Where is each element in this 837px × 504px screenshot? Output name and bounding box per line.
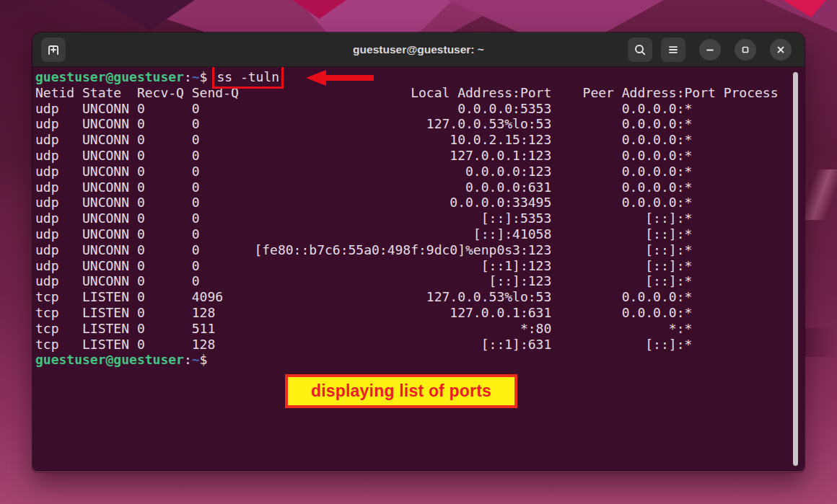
hamburger-menu-icon bbox=[666, 43, 680, 57]
prompt-dir: ~ bbox=[192, 352, 200, 367]
close-button[interactable] bbox=[770, 39, 792, 61]
titlebar[interactable]: guestuser@guestuser: ~ bbox=[32, 32, 805, 67]
command-red-box: ss -tuln bbox=[216, 69, 279, 84]
close-icon bbox=[775, 44, 786, 56]
arrow-shaft bbox=[325, 75, 374, 81]
callout-text: displaying list of ports bbox=[311, 381, 491, 401]
maximize-icon bbox=[740, 44, 751, 56]
scrollbar-thumb[interactable] bbox=[793, 72, 798, 466]
terminal-screen[interactable]: guestuser@guestuser:~$ss -tulnNetid Stat… bbox=[32, 67, 805, 472]
socket-row-line: tcp LISTEN 0 4096 127.0.0.53%lo:53 0.0.0… bbox=[35, 289, 805, 305]
socket-row-line: udp UNCONN 0 0 0.0.0.0:5353 0.0.0.0:* bbox=[35, 101, 805, 117]
annotation-arrow bbox=[306, 70, 375, 86]
socket-row-line: udp UNCONN 0 0 [::1]:123 [::]:* bbox=[35, 258, 805, 274]
socket-row-line: udp UNCONN 0 0 10.0.2.15:123 0.0.0.0:* bbox=[35, 132, 805, 148]
socket-row-line: udp UNCONN 0 0 127.0.0.1:123 0.0.0.0:* bbox=[35, 148, 805, 164]
prompt-symbol: $ bbox=[200, 69, 208, 84]
new-tab-icon bbox=[46, 43, 61, 57]
arrow-head bbox=[306, 70, 326, 86]
socket-row-line: udp UNCONN 0 0 127.0.0.53%lo:53 0.0.0.0:… bbox=[35, 116, 805, 132]
socket-row-line: udp UNCONN 0 0 0.0.0.0:631 0.0.0.0:* bbox=[35, 180, 805, 195]
prompt-separator: : bbox=[184, 352, 192, 367]
socket-row-line: tcp LISTEN 0 511 *:80 *:* bbox=[35, 321, 805, 337]
socket-row-line: tcp LISTEN 0 128 [::1]:631 [::]:* bbox=[35, 337, 805, 353]
terminal-output: guestuser@guestuser:~$ss -tulnNetid Stat… bbox=[35, 69, 805, 368]
prompt-dir: ~ bbox=[192, 69, 200, 84]
minimize-button[interactable] bbox=[699, 39, 721, 61]
window-title: guestuser@guestuser: ~ bbox=[353, 43, 484, 56]
prompt-separator: : bbox=[184, 69, 192, 84]
socket-row-line: udp UNCONN 0 0 [::]:5353 [::]:* bbox=[35, 211, 805, 226]
socket-row-line: udp UNCONN 0 0 0.0.0.0:33495 0.0.0.0:* bbox=[35, 195, 805, 211]
maximize-button[interactable] bbox=[735, 39, 756, 61]
wallpaper-light-streak bbox=[804, 169, 837, 220]
socket-row-line: tcp LISTEN 0 128 127.0.0.1:631 0.0.0.0:* bbox=[35, 305, 805, 321]
prompt-line: guestuser@guestuser:~$ bbox=[35, 352, 805, 368]
socket-row-line: udp UNCONN 0 0 [::]:123 [::]:* bbox=[35, 273, 805, 289]
annotation-callout: displaying list of ports bbox=[285, 374, 517, 408]
wallpaper-dark-wedge bbox=[804, 328, 837, 357]
prompt-user-host: guestuser@guestuser bbox=[35, 69, 184, 84]
new-tab-button[interactable] bbox=[41, 37, 66, 62]
terminal-window: guestuser@guestuser: ~ bbox=[32, 32, 805, 472]
titlebar-controls bbox=[619, 37, 792, 62]
minimize-icon bbox=[704, 44, 716, 56]
prompt-user-host: guestuser@guestuser bbox=[35, 352, 184, 367]
search-button[interactable] bbox=[628, 37, 652, 62]
socket-row-line: udp UNCONN 0 0 0.0.0.0:123 0.0.0.0:* bbox=[35, 164, 805, 180]
socket-row-line: udp UNCONN 0 0 [::]:41058 [::]:* bbox=[35, 226, 805, 242]
menu-button[interactable] bbox=[661, 37, 685, 62]
table-header-line: Netid State Recv-Q Send-Q Local Address:… bbox=[35, 85, 805, 101]
search-icon bbox=[633, 43, 647, 57]
socket-row-line: udp UNCONN 0 0 [fe80::b7c6:55a0:498f:9dc… bbox=[35, 242, 805, 258]
prompt-symbol: $ bbox=[200, 352, 208, 367]
command-line: guestuser@guestuser:~$ss -tuln bbox=[35, 69, 805, 85]
